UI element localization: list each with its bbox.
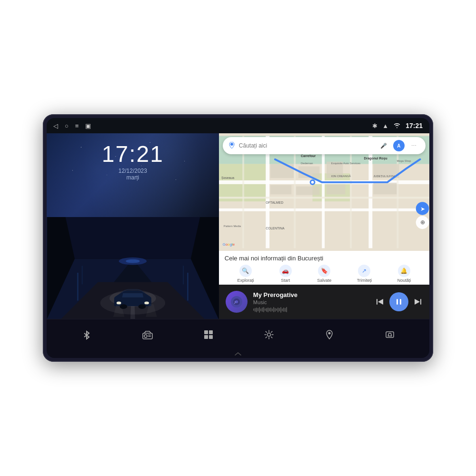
svg-point-8 bbox=[126, 259, 139, 263]
tunnel-image bbox=[47, 217, 219, 319]
svg-text:⊕: ⊕ bbox=[420, 219, 425, 225]
play-pause-button[interactable] bbox=[389, 292, 408, 311]
nav-item-news[interactable]: 🔔 Noutăți bbox=[397, 265, 411, 283]
svg-rect-82 bbox=[386, 332, 394, 337]
status-bar-left: ◁ ○ ≡ ▣ bbox=[53, 122, 91, 129]
svg-text:Șoseaua: Șoseaua bbox=[221, 176, 234, 180]
svg-text:➤: ➤ bbox=[420, 206, 425, 212]
svg-point-11 bbox=[117, 301, 121, 304]
nav-icons-row: 🔍 Explorați 🚗 Start 🔖 Salvate ↗ bbox=[225, 265, 424, 283]
svg-rect-74 bbox=[148, 335, 151, 336]
svg-text:OFTALMED: OFTALMED bbox=[266, 201, 283, 204]
svg-text:Mega Shop: Mega Shop bbox=[397, 159, 411, 162]
screenshot-icon[interactable]: ▣ bbox=[85, 122, 91, 129]
svg-point-12 bbox=[144, 301, 149, 304]
clock-time: 17:21 bbox=[102, 143, 164, 166]
svg-text:Dragonul Roșu: Dragonul Roșu bbox=[364, 157, 387, 160]
music-title: My Prerogative bbox=[253, 291, 369, 298]
start-icon: 🚗 bbox=[279, 265, 292, 277]
info-strip: Cele mai noi informații din București 🔍 … bbox=[219, 251, 429, 285]
svg-rect-41 bbox=[327, 184, 345, 195]
info-title: Cele mai noi informații din București bbox=[225, 255, 424, 262]
svg-marker-67 bbox=[378, 299, 383, 305]
status-bar-right: ✱ ▲ 17:21 bbox=[372, 122, 423, 129]
carplay-button[interactable] bbox=[385, 329, 395, 340]
right-panel: Șoseaua ION CREANGĂ JUDEȚUL ILFOV Dragon… bbox=[219, 133, 429, 319]
music-info: My Prerogative Music bbox=[253, 291, 369, 313]
svg-text:Pattern Media: Pattern Media bbox=[224, 225, 241, 228]
home-icon[interactable]: ○ bbox=[65, 122, 69, 129]
menu-icon[interactable]: ≡ bbox=[75, 122, 79, 129]
svg-rect-69 bbox=[400, 299, 401, 305]
svg-text:Exquisite Auto Services: Exquisite Auto Services bbox=[331, 162, 360, 165]
nav-item-save[interactable]: 🔖 Salvate bbox=[317, 265, 331, 283]
map-search-bar[interactable]: Căutați aici 🎤 A ⋯ bbox=[223, 137, 426, 154]
wifi-status-icon bbox=[393, 122, 401, 129]
map-area[interactable]: Șoseaua ION CREANGĂ JUDEȚUL ILFOV Dragon… bbox=[219, 133, 429, 251]
svg-rect-77 bbox=[209, 330, 213, 334]
grid-icon[interactable]: ⋯ bbox=[408, 140, 420, 151]
chevron-up-bar[interactable] bbox=[47, 349, 429, 358]
google-maps-button[interactable] bbox=[324, 329, 335, 340]
svg-point-56 bbox=[311, 181, 314, 184]
bottom-bar bbox=[47, 319, 429, 349]
music-controls bbox=[375, 292, 423, 311]
svg-text:Google: Google bbox=[223, 243, 235, 247]
device: ◁ ○ ≡ ▣ ✱ ▲ 17:21 bbox=[43, 114, 433, 362]
svg-text:COLENTINA: COLENTINA bbox=[266, 227, 285, 230]
apps-button[interactable] bbox=[203, 329, 214, 340]
prev-button[interactable] bbox=[375, 297, 385, 307]
svg-text:ION CREANGĂ: ION CREANGĂ bbox=[331, 175, 351, 178]
music-waveform bbox=[253, 307, 369, 313]
mic-icon[interactable]: 🎤 bbox=[378, 140, 389, 151]
save-label: Salvate bbox=[317, 278, 331, 283]
share-label: Trimiteți bbox=[357, 278, 372, 283]
svg-rect-70 bbox=[420, 299, 421, 305]
nav-item-explore[interactable]: 🔍 Explorați bbox=[237, 265, 254, 283]
svg-rect-66 bbox=[377, 299, 377, 305]
svg-point-81 bbox=[328, 332, 330, 334]
svg-text:Carrefour: Carrefour bbox=[301, 154, 316, 158]
nav-item-share[interactable]: ↗ Trimiteți bbox=[357, 265, 372, 283]
svg-marker-4 bbox=[66, 217, 200, 259]
bluetooth-button[interactable] bbox=[81, 329, 92, 340]
status-bar: ◁ ○ ≡ ▣ ✱ ▲ 17:21 bbox=[47, 118, 429, 133]
status-time: 17:21 bbox=[406, 122, 423, 129]
svg-rect-18 bbox=[187, 273, 188, 301]
explore-label: Explorați bbox=[237, 278, 254, 283]
svg-point-15 bbox=[120, 304, 128, 309]
start-label: Start bbox=[281, 278, 290, 283]
music-player: ♪ My Prerogative Music bbox=[219, 285, 429, 319]
svg-rect-19 bbox=[82, 266, 83, 284]
clock-display: 17:21 12/12/2023 marți bbox=[102, 143, 164, 181]
svg-point-61 bbox=[230, 143, 233, 146]
svg-point-80 bbox=[267, 333, 270, 336]
settings-button[interactable] bbox=[264, 329, 274, 340]
svg-rect-75 bbox=[148, 336, 151, 337]
share-icon: ↗ bbox=[358, 265, 370, 277]
album-art: ♪ bbox=[226, 291, 248, 313]
news-icon: 🔔 bbox=[398, 265, 410, 277]
next-button[interactable] bbox=[413, 297, 423, 307]
svg-rect-68 bbox=[397, 299, 398, 305]
bluetooth-status-icon: ✱ bbox=[372, 122, 377, 129]
radio-button[interactable] bbox=[142, 329, 153, 340]
svg-rect-17 bbox=[77, 273, 79, 301]
nav-item-start[interactable]: 🚗 Start bbox=[279, 265, 292, 283]
screen: ◁ ○ ≡ ▣ ✱ ▲ 17:21 bbox=[47, 118, 429, 358]
back-icon[interactable]: ◁ bbox=[53, 122, 58, 129]
svg-rect-39 bbox=[270, 185, 291, 195]
news-label: Noutăți bbox=[397, 278, 411, 283]
music-subtitle: Music bbox=[253, 299, 369, 305]
explore-icon: 🔍 bbox=[239, 265, 252, 277]
svg-text:Dedeman: Dedeman bbox=[301, 162, 313, 165]
svg-point-16 bbox=[139, 304, 146, 309]
map-search-icons: 🎤 A ⋯ bbox=[378, 140, 420, 151]
account-icon[interactable]: A bbox=[393, 140, 405, 151]
svg-rect-20 bbox=[183, 266, 184, 284]
svg-text:♪: ♪ bbox=[234, 299, 236, 305]
svg-rect-40 bbox=[296, 187, 319, 195]
svg-text:JUDEȚUL ILFOV: JUDEȚUL ILFOV bbox=[373, 175, 395, 178]
signal-status-icon: ▲ bbox=[382, 122, 388, 129]
left-panel: 17:21 12/12/2023 marți bbox=[47, 133, 219, 319]
